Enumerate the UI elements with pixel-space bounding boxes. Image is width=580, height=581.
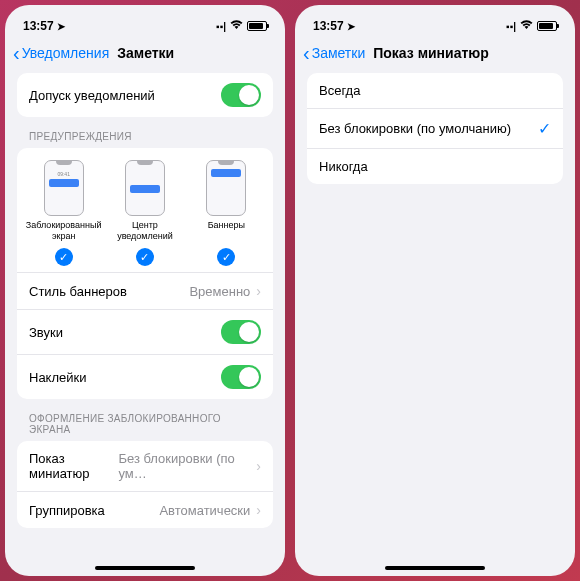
status-time: 13:57 [313, 19, 344, 33]
badges-row[interactable]: Наклейки [17, 355, 273, 399]
status-time: 13:57 [23, 19, 54, 33]
previews-options-card: Всегда Без блокировки (по умолчанию) ✓ Н… [307, 73, 563, 184]
back-label: Заметки [312, 45, 366, 61]
option-label: Никогда [319, 159, 368, 174]
chevron-right-icon: › [256, 502, 261, 518]
cellular-icon: ▪▪| [506, 21, 516, 32]
banner-style-value: Временно [189, 284, 250, 299]
banners-preview-icon [206, 160, 246, 216]
previews-value: Без блокировки (по ум… [118, 451, 250, 481]
alert-option-center[interactable]: Центр уведомлений ✓ [105, 160, 185, 266]
grouping-label: Группировка [29, 503, 105, 518]
banner-style-label: Стиль баннеров [29, 284, 127, 299]
chevron-left-icon: ‹ [13, 43, 20, 63]
badges-label: Наклейки [29, 370, 86, 385]
grouping-row[interactable]: Группировка Автоматически › [17, 492, 273, 528]
alert-option-lockscreen[interactable]: 09:41 Заблокированный экран ✓ [24, 160, 104, 266]
option-unlocked[interactable]: Без блокировки (по умолчанию) ✓ [307, 109, 563, 149]
previews-row[interactable]: Показ миниатюр Без блокировки (по ум… › [17, 441, 273, 492]
allow-notifications-card: Допуск уведомлений [17, 73, 273, 117]
back-button[interactable]: ‹ Уведомления [13, 43, 109, 63]
home-indicator[interactable] [385, 566, 485, 570]
banner-style-row[interactable]: Стиль баннеров Временно › [17, 273, 273, 310]
wifi-icon [230, 20, 243, 32]
battery-icon [537, 21, 557, 31]
location-icon: ➤ [347, 21, 355, 32]
chevron-left-icon: ‹ [303, 43, 310, 63]
location-icon: ➤ [57, 21, 65, 32]
page-title: Заметки [117, 45, 174, 61]
battery-icon [247, 21, 267, 31]
center-preview-icon [125, 160, 165, 216]
alerts-card: 09:41 Заблокированный экран ✓ Центр увед… [17, 148, 273, 399]
nav-bar: ‹ Уведомления Заметки [5, 39, 285, 73]
sounds-row[interactable]: Звуки [17, 310, 273, 355]
home-indicator[interactable] [95, 566, 195, 570]
check-icon: ✓ [217, 248, 235, 266]
phone-left: 13:57 ➤ ▪▪| ‹ Уведомления Заметки Допуск… [5, 5, 285, 576]
option-never[interactable]: Никогда [307, 149, 563, 184]
lockscreen-header: ОФОРМЛЕНИЕ ЗАБЛОКИРОВАННОГО ЭКРАНА [17, 413, 273, 441]
check-icon: ✓ [136, 248, 154, 266]
option-label: Всегда [319, 83, 360, 98]
grouping-value: Автоматически [159, 503, 250, 518]
alert-option-banners[interactable]: Баннеры ✓ [186, 160, 266, 266]
allow-notifications-row[interactable]: Допуск уведомлений [17, 73, 273, 117]
status-bar: 13:57 ➤ ▪▪| [5, 5, 285, 39]
allow-label: Допуск уведомлений [29, 88, 155, 103]
sounds-label: Звуки [29, 325, 63, 340]
back-button[interactable]: ‹ Заметки [303, 43, 365, 63]
option-always[interactable]: Всегда [307, 73, 563, 109]
previews-label: Показ миниатюр [29, 451, 118, 481]
nav-bar: ‹ Заметки Показ миниатюр [295, 39, 575, 73]
wifi-icon [520, 20, 533, 32]
chevron-right-icon: › [256, 458, 261, 474]
alerts-header: ПРЕДУПРЕЖДЕНИЯ [17, 131, 273, 148]
option-label: Без блокировки (по умолчанию) [319, 121, 511, 136]
check-icon: ✓ [55, 248, 73, 266]
checkmark-icon: ✓ [538, 119, 551, 138]
phone-right: 13:57 ➤ ▪▪| ‹ Заметки Показ миниатюр Все… [295, 5, 575, 576]
status-bar: 13:57 ➤ ▪▪| [295, 5, 575, 39]
cellular-icon: ▪▪| [216, 21, 226, 32]
sounds-toggle[interactable] [221, 320, 261, 344]
allow-toggle[interactable] [221, 83, 261, 107]
page-title: Показ миниатюр [373, 45, 489, 61]
chevron-right-icon: › [256, 283, 261, 299]
badges-toggle[interactable] [221, 365, 261, 389]
lockscreen-card: Показ миниатюр Без блокировки (по ум… › … [17, 441, 273, 528]
back-label: Уведомления [22, 45, 110, 61]
lockscreen-preview-icon: 09:41 [44, 160, 84, 216]
alerts-grid: 09:41 Заблокированный экран ✓ Центр увед… [17, 148, 273, 273]
